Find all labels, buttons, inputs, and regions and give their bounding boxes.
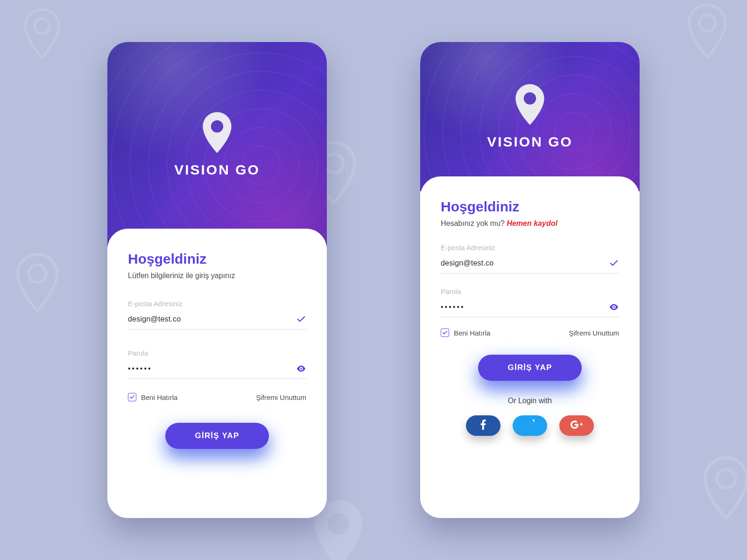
subtitle-prefix: Hesabınız yok mu? [441, 219, 507, 227]
login-card: Hoşgeldiniz Hesabınız yok mu? Hemen kayd… [420, 176, 640, 518]
eye-icon[interactable] [296, 364, 306, 374]
location-pin-icon [201, 112, 233, 154]
login-screen-basic: VISION GO Hoşgeldiniz Lütfen bilgilerini… [107, 42, 327, 518]
welcome-heading: Hoşgeldiniz [128, 251, 306, 267]
email-input[interactable]: design@test.co [128, 315, 291, 323]
password-input[interactable]: •••••• [128, 364, 291, 373]
welcome-subtitle: Lütfen bilgileriniz ile giriş yapınız [128, 272, 306, 280]
hero: VISION GO [420, 42, 640, 191]
email-label: E-posta Adresiniz [128, 300, 306, 308]
forgot-password-link[interactable]: Şifremi Unuttum [569, 329, 619, 337]
remember-me[interactable]: Beni Hatırla [128, 393, 177, 401]
email-input[interactable]: design@test.co [441, 259, 604, 267]
email-field: E-posta Adresiniz design@test.co [128, 300, 306, 329]
remember-label: Beni Hatırla [141, 393, 177, 401]
google-login-button[interactable] [559, 415, 594, 436]
password-field: Parola •••••• [128, 349, 306, 379]
checkbox-checked-icon[interactable] [128, 393, 136, 401]
brand-title: VISION GO [487, 134, 573, 150]
password-label: Parola [128, 349, 306, 357]
check-icon [296, 314, 306, 324]
password-input[interactable]: •••••• [441, 303, 604, 311]
password-label: Parola [441, 287, 619, 295]
password-field: Parola •••••• [441, 287, 619, 317]
checkbox-checked-icon[interactable] [441, 329, 449, 337]
brand: VISION GO [487, 84, 573, 150]
eye-icon[interactable] [609, 302, 619, 312]
remember-me[interactable]: Beni Hatırla [441, 329, 490, 337]
facebook-icon [480, 420, 486, 432]
brand-title: VISION GO [174, 162, 260, 178]
login-button[interactable]: GİRİŞ YAP [165, 423, 269, 449]
signup-link[interactable]: Hemen kaydol [507, 219, 557, 227]
login-button[interactable]: GİRİŞ YAP [478, 355, 582, 381]
hero: VISION GO [107, 42, 327, 247]
remember-label: Beni Hatırla [454, 329, 490, 337]
twitter-login-button[interactable] [513, 415, 547, 436]
check-icon [609, 258, 619, 268]
welcome-subtitle: Hesabınız yok mu? Hemen kaydol [441, 219, 619, 228]
social-login-row [441, 415, 619, 436]
brand: VISION GO [174, 112, 260, 178]
login-screen-social: VISION GO Hoşgeldiniz Hesabınız yok mu? … [420, 42, 640, 518]
login-card: Hoşgeldiniz Lütfen bilgileriniz ile giri… [107, 229, 327, 518]
location-pin-icon [514, 84, 546, 126]
facebook-login-button[interactable] [466, 415, 500, 436]
email-field: E-posta Adresiniz design@test.co [441, 244, 619, 273]
email-label: E-posta Adresiniz [441, 244, 619, 252]
or-login-with-label: Or Login with [441, 397, 619, 405]
twitter-icon [525, 420, 535, 432]
google-plus-icon [571, 420, 583, 431]
forgot-password-link[interactable]: Şifremi Unuttum [256, 393, 306, 401]
welcome-heading: Hoşgeldiniz [441, 199, 619, 215]
